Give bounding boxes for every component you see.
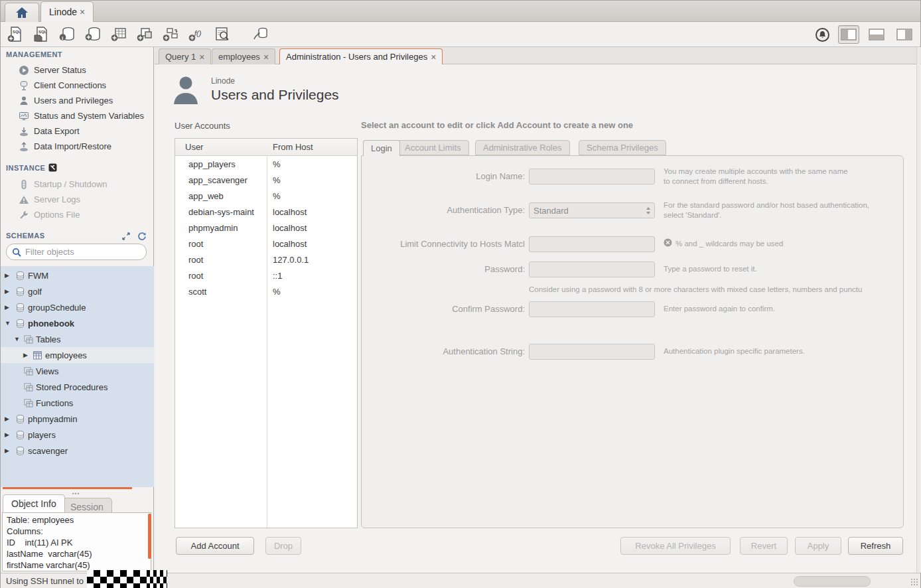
sidebar-item-data-export[interactable]: Data Export [1,123,154,139]
tab-administration-users-privileges[interactable]: Administration - Users and Privileges × [279,48,443,64]
instance-admin-badge-icon [48,163,57,172]
tab-object-info[interactable]: Object Info [3,494,65,512]
tree-item-schema[interactable]: ▶ golf [1,283,154,299]
sidebar-item-options-file[interactable]: Options File [1,207,154,222]
tree-item-views[interactable]: Views [1,363,154,379]
limit-hosts-field[interactable] [529,236,655,252]
revoke-all-privileges-button[interactable]: Revoke All Privileges [620,537,731,555]
tree-item-stored-procedures[interactable]: Stored Procedures [1,379,154,395]
open-sql-script-icon[interactable]: SQL [32,25,50,43]
tree-item-table-employees[interactable]: ▶ employees [1,347,154,363]
search-table-data-icon[interactable] [213,25,231,43]
tab-employees[interactable]: employees × [212,48,275,64]
horizontal-scrollbar-thumb[interactable] [794,576,871,587]
table-row[interactable]: app_web% [175,188,357,204]
notifications-icon[interactable] [814,26,831,44]
window-tab-label: Linode [49,7,77,17]
table-row[interactable]: phpmyadminlocalhost [175,220,357,236]
reconnect-dbms-icon[interactable] [251,25,269,43]
create-view-icon[interactable] [135,25,153,43]
toggle-right-panel-button[interactable] [894,25,915,44]
table-row[interactable]: app_players% [175,156,357,172]
auth-type-select[interactable]: Standard [529,202,655,218]
tab-account-limits[interactable]: Account Limits [397,140,469,155]
toggle-left-panel-button[interactable] [838,25,859,44]
auth-string-field[interactable] [529,344,655,360]
data-import-icon [19,141,29,152]
refresh-button[interactable]: Refresh [848,537,903,555]
tree-item-schema[interactable]: ▶ phpmyadmin [1,411,154,427]
auth-type-label: Authentication Type: [362,202,525,218]
tree-item-tables[interactable]: ▼ Tables [1,331,154,347]
system-variables-icon [19,111,29,121]
table-row[interactable]: rootlocalhost [175,236,357,252]
apply-button[interactable]: Apply [795,537,841,555]
drop-button[interactable]: Drop [265,537,301,555]
functions-folder-icon [23,398,33,408]
tree-item-schema[interactable]: ▶ FWM [1,267,154,283]
tab-query-1[interactable]: Query 1 × [159,48,211,64]
column-user[interactable]: User [175,142,267,152]
tree-item-schema-phonebook[interactable]: ▼ phonebook [1,315,154,331]
confirm-password-field[interactable] [529,301,655,317]
table-row[interactable]: root127.0.0.1 [175,252,357,267]
tree-item-schema[interactable]: ▶ scavenger [1,443,154,459]
inspect-database-icon[interactable]: i [58,25,76,43]
column-from-host[interactable]: From Host [267,142,313,152]
svg-text:f(): f() [194,29,202,37]
sidebar-item-status-system-variables[interactable]: Status and System Variables [1,108,154,123]
tree-item-schema[interactable]: ▶ groupSchedule [1,299,154,315]
schema-filter-input[interactable] [25,247,131,257]
tree-item-schema[interactable]: ▶ players [1,427,154,443]
create-procedure-icon[interactable] [161,25,179,43]
table-row[interactable]: debian-sys-maintlocalhost [175,204,357,220]
password-field[interactable] [529,261,655,277]
tree-item-functions[interactable]: Functions [1,395,154,411]
home-tab[interactable] [5,3,39,22]
close-icon[interactable]: × [431,52,436,62]
redacted-host-block [87,570,143,588]
expand-schemas-icon[interactable] [121,232,131,241]
splitter-accent[interactable] [3,487,132,489]
resize-grip[interactable] [910,578,918,586]
tables-folder-icon [23,334,33,344]
create-table-icon[interactable] [109,25,127,43]
sidebar-item-startup-shutdown[interactable]: Startup / Shutdown [1,177,154,192]
password-label: Password: [362,261,525,277]
user-accounts-table: User From Host app_players% app_scavenge… [175,138,358,528]
tab-login[interactable]: Login [363,140,400,156]
editor-tab-bar: Query 1 × employees × Administration - U… [155,47,921,64]
splitter-handle[interactable]: ▪▪▪ [72,490,80,496]
close-icon[interactable]: × [263,52,269,62]
create-schema-icon[interactable] [84,25,102,43]
toggle-bottom-panel-button[interactable] [866,25,887,44]
table-row[interactable]: scott% [175,283,357,299]
add-account-button[interactable]: Add Account [176,537,254,555]
sidebar-item-server-status[interactable]: Server Status [1,62,154,78]
create-function-icon[interactable]: f() [187,25,205,43]
table-row[interactable]: root::1 [175,267,357,283]
client-connections-icon [19,80,29,91]
mysql-workbench-window: Linode × SQL SQL i f() [0,0,921,588]
object-info-text: Table: employees Columns: ID int(11) AI … [7,515,92,570]
sidebar: MANAGEMENT Server Status Client Connecti… [1,47,154,573]
table-row[interactable]: app_scavenger% [175,172,357,188]
tab-administrative-roles[interactable]: Administrative Roles [475,140,570,155]
new-sql-tab-icon[interactable]: SQL [6,25,24,43]
login-name-field[interactable] [529,169,655,184]
close-icon[interactable]: × [199,52,204,62]
editor-heading: Select an account to edit or click Add A… [361,120,633,130]
vertical-scrollbar-track[interactable] [916,47,920,573]
window-tab-linode[interactable]: Linode × [40,1,94,22]
sidebar-item-data-import[interactable]: Data Import/Restore [1,139,154,154]
auth-string-label: Authentication String: [362,344,525,360]
sidebar-item-client-connections[interactable]: Client Connections [1,78,154,93]
revert-button[interactable]: Revert [740,537,788,555]
sidebar-item-users-and-privileges[interactable]: Users and Privileges [1,93,154,108]
refresh-schemas-icon[interactable] [137,232,147,241]
sidebar-item-server-logs[interactable]: Server Logs [1,192,154,207]
tab-schema-privileges[interactable]: Schema Privileges [579,140,666,155]
close-icon[interactable]: × [80,7,85,17]
object-info-scrollbar[interactable] [148,514,151,559]
startup-shutdown-icon [19,179,29,190]
